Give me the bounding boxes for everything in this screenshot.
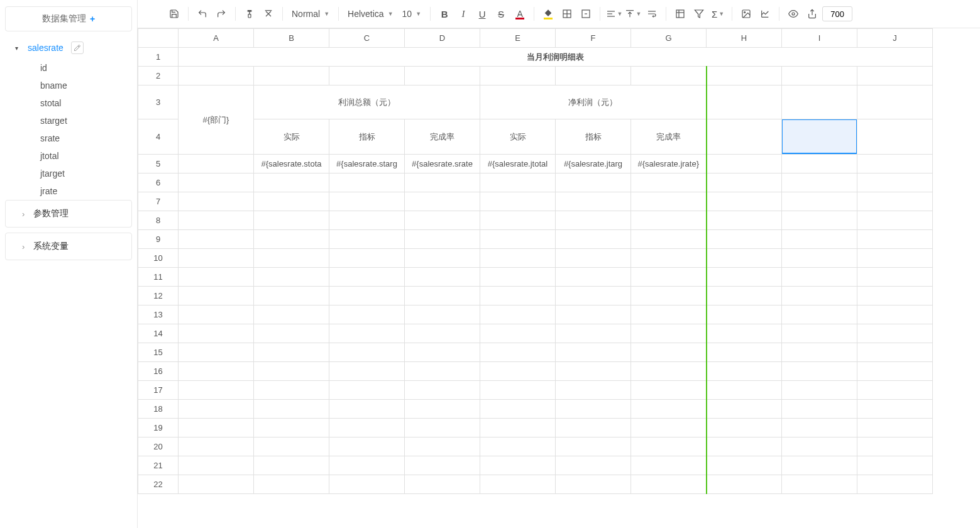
cell[interactable]: [179, 211, 254, 230]
cell[interactable]: [782, 211, 857, 230]
cell[interactable]: [707, 419, 782, 437]
cell[interactable]: [707, 437, 782, 456]
cell[interactable]: [405, 192, 480, 211]
cell[interactable]: [707, 456, 782, 475]
undo-button[interactable]: [194, 5, 211, 23]
cell[interactable]: [782, 249, 857, 268]
cell[interactable]: [707, 211, 782, 230]
cell[interactable]: [782, 119, 857, 155]
field-item[interactable]: jrate: [5, 182, 132, 200]
underline-button[interactable]: U: [473, 5, 491, 23]
cell[interactable]: [631, 400, 707, 419]
cell[interactable]: [179, 192, 254, 211]
cell[interactable]: [556, 419, 631, 437]
column-header[interactable]: J: [857, 29, 933, 48]
cell[interactable]: [782, 362, 857, 381]
cell[interactable]: [782, 230, 857, 249]
cell[interactable]: [556, 437, 631, 456]
cell[interactable]: [329, 437, 405, 456]
cell[interactable]: [329, 362, 405, 381]
cell[interactable]: [329, 381, 405, 400]
font-dropdown[interactable]: Helvetica▼: [344, 6, 397, 21]
cell[interactable]: [405, 400, 480, 419]
dept-header[interactable]: #{部门}: [179, 85, 254, 155]
cell[interactable]: [707, 192, 782, 211]
cell[interactable]: [179, 419, 254, 437]
cell[interactable]: [556, 67, 631, 85]
cell[interactable]: [480, 362, 556, 381]
row-header[interactable]: 13: [138, 305, 179, 324]
cell[interactable]: [254, 475, 329, 494]
cell[interactable]: [556, 249, 631, 268]
cell[interactable]: [857, 192, 933, 211]
column-header[interactable]: G: [631, 29, 707, 48]
cell[interactable]: [556, 362, 631, 381]
cell[interactable]: [782, 85, 857, 119]
row-header[interactable]: 2: [138, 67, 179, 85]
data-cell[interactable]: #{salesrate.stota: [254, 155, 329, 173]
sub-header[interactable]: 实际: [254, 119, 329, 155]
cell[interactable]: [480, 475, 556, 494]
cell[interactable]: [857, 173, 933, 192]
cell[interactable]: [254, 249, 329, 268]
cell[interactable]: [179, 67, 254, 85]
cell[interactable]: [782, 437, 857, 456]
cell[interactable]: [857, 230, 933, 249]
cell[interactable]: [179, 437, 254, 456]
field-item[interactable]: bname: [5, 77, 132, 94]
cell[interactable]: [329, 268, 405, 287]
format-paint-button[interactable]: [241, 5, 258, 23]
cell[interactable]: [480, 287, 556, 305]
cell[interactable]: [480, 437, 556, 456]
redo-button[interactable]: [212, 5, 230, 23]
cell[interactable]: [782, 419, 857, 437]
cell[interactable]: [329, 419, 405, 437]
cell[interactable]: [857, 85, 933, 119]
net-profit-header[interactable]: 净利润（元）: [480, 85, 707, 119]
cell[interactable]: [556, 381, 631, 400]
cell[interactable]: [480, 192, 556, 211]
cell[interactable]: [329, 475, 405, 494]
cell[interactable]: [329, 211, 405, 230]
clear-format-button[interactable]: [260, 5, 277, 23]
cell[interactable]: [631, 362, 707, 381]
cell[interactable]: [857, 119, 933, 155]
cell[interactable]: [631, 268, 707, 287]
cell[interactable]: [782, 324, 857, 343]
row-header[interactable]: 1: [138, 48, 179, 67]
cell[interactable]: [857, 324, 933, 343]
valign-button[interactable]: ▼: [624, 5, 642, 23]
cell[interactable]: [707, 324, 782, 343]
cell[interactable]: [556, 287, 631, 305]
cell[interactable]: [329, 173, 405, 192]
cell[interactable]: [707, 343, 782, 362]
cell[interactable]: [254, 419, 329, 437]
row-header[interactable]: 19: [138, 419, 179, 437]
cell[interactable]: [707, 287, 782, 305]
cell[interactable]: [857, 343, 933, 362]
cell[interactable]: [556, 268, 631, 287]
cell[interactable]: [329, 249, 405, 268]
sub-header[interactable]: 实际: [480, 119, 556, 155]
row-header[interactable]: 21: [138, 456, 179, 475]
row-header[interactable]: 16: [138, 362, 179, 381]
font-color-button[interactable]: A: [511, 5, 529, 23]
halign-button[interactable]: ▼: [605, 5, 623, 23]
cell[interactable]: [179, 287, 254, 305]
cell[interactable]: [480, 381, 556, 400]
cell[interactable]: [179, 155, 254, 173]
cell[interactable]: [480, 173, 556, 192]
title-cell[interactable]: 当月利润明细表: [179, 48, 933, 67]
cell[interactable]: [179, 381, 254, 400]
field-item[interactable]: jtarget: [5, 165, 132, 182]
wrap-button[interactable]: [643, 5, 661, 23]
cell[interactable]: [329, 230, 405, 249]
borders-button[interactable]: [558, 5, 576, 23]
field-item[interactable]: srate: [5, 129, 132, 147]
cell[interactable]: [405, 211, 480, 230]
field-item[interactable]: id: [5, 59, 132, 77]
cell[interactable]: [480, 324, 556, 343]
cell[interactable]: [857, 155, 933, 173]
column-header[interactable]: B: [254, 29, 329, 48]
plus-icon[interactable]: +: [90, 14, 95, 24]
